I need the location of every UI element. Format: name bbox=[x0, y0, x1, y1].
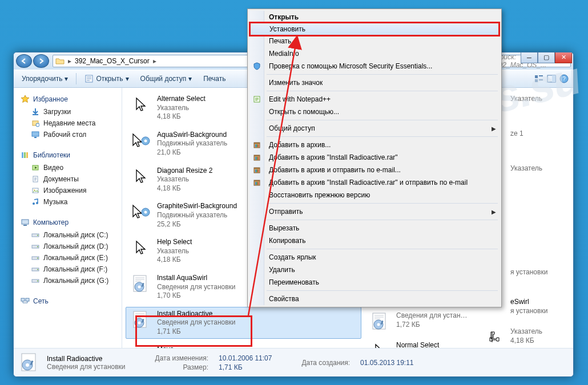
file-size: 4,18 КБ bbox=[157, 112, 206, 121]
libraries-icon bbox=[21, 151, 30, 160]
open-button[interactable]: Открыть▾ bbox=[80, 72, 133, 86]
svg-point-38 bbox=[144, 139, 147, 142]
context-menu-item[interactable]: Свойства bbox=[249, 293, 500, 305]
organize-menu[interactable]: Упорядочить▾ bbox=[17, 72, 73, 85]
svg-rect-69 bbox=[254, 168, 260, 169]
svg-point-34 bbox=[37, 281, 38, 282]
file-name: Normal Select bbox=[396, 341, 439, 348]
sidebar-item[interactable]: Локальный диск (E:) bbox=[18, 252, 122, 264]
svg-rect-66 bbox=[256, 157, 257, 160]
context-menu-item[interactable]: Копировать bbox=[249, 234, 500, 247]
context-menu-item[interactable]: Добавить в архив и отправить по e-mail..… bbox=[249, 164, 500, 176]
sidebar-favorites-header[interactable]: Избранное bbox=[18, 92, 122, 106]
close-button[interactable]: ✕ bbox=[555, 52, 572, 63]
context-menu-item[interactable]: Добавить в архив "Install Radioactive.ra… bbox=[249, 176, 500, 189]
sidebar-item[interactable]: Рабочий стол bbox=[18, 129, 122, 140]
sidebar-item[interactable]: Загрузки bbox=[18, 106, 122, 117]
file-name: GraphiteSwirl-Background bbox=[157, 202, 237, 211]
context-menu-item[interactable]: Добавить в архив "Install Radioactive.ra… bbox=[249, 151, 500, 164]
breadcrumb-sep: ▸ bbox=[68, 57, 71, 65]
inf-icon bbox=[131, 310, 151, 330]
sidebar-item[interactable]: Изображения bbox=[18, 185, 122, 196]
file-item[interactable]: Move bbox=[126, 342, 361, 348]
maximize-button[interactable]: ▢ bbox=[538, 52, 555, 63]
cursor-icon bbox=[131, 167, 151, 187]
video-icon bbox=[31, 163, 40, 172]
context-menu-item[interactable]: Печать bbox=[249, 35, 500, 47]
sidebar-item[interactable]: Музыка bbox=[18, 196, 122, 208]
context-menu-item[interactable]: Edit with Notepad++ bbox=[249, 93, 500, 106]
context-menu-item[interactable]: Изменить значок bbox=[249, 76, 500, 89]
recent-icon bbox=[31, 119, 40, 128]
svg-rect-35 bbox=[21, 298, 25, 301]
file-item[interactable]: Normal Select bbox=[365, 338, 476, 348]
rar-icon bbox=[252, 140, 261, 149]
rar-icon bbox=[252, 165, 261, 175]
sidebar-item[interactable]: Локальный диск (F:) bbox=[18, 264, 122, 275]
context-menu-item[interactable]: Установить bbox=[249, 23, 500, 35]
file-name: Help Select bbox=[157, 238, 192, 247]
sidebar-item[interactable]: Локальный диск (D:) bbox=[18, 241, 122, 252]
context-menu-item[interactable]: Переименовать bbox=[249, 276, 500, 289]
svg-rect-71 bbox=[256, 169, 257, 172]
context-menu-item[interactable]: MediaInfo bbox=[249, 47, 500, 60]
context-menu-item[interactable]: Проверка с помощью Microsoft Security Es… bbox=[249, 60, 500, 72]
chevron-down-icon: ▾ bbox=[126, 75, 129, 83]
context-menu-item[interactable]: Общий доступ▶ bbox=[249, 122, 500, 135]
print-button[interactable]: Печать bbox=[199, 72, 230, 85]
file-type: Указатель bbox=[157, 175, 212, 184]
cursor-icon bbox=[131, 238, 151, 258]
drive-icon bbox=[31, 242, 40, 251]
file-item[interactable]: Сведения для установки 1,72 КБ bbox=[365, 309, 476, 335]
drive-icon bbox=[31, 230, 40, 240]
preview-pane-button[interactable] bbox=[546, 73, 557, 84]
back-button[interactable] bbox=[16, 54, 32, 68]
sidebar-item[interactable]: Документы bbox=[18, 173, 122, 185]
inf-icon bbox=[370, 311, 390, 332]
file-type: Указатель bbox=[157, 104, 206, 113]
context-menu-item[interactable]: Добавить в архив... bbox=[249, 139, 500, 151]
view-mode-button[interactable] bbox=[533, 73, 545, 84]
cursor-icon bbox=[370, 341, 390, 348]
file-name: Diagonal Resize 2 bbox=[157, 167, 212, 176]
file-type: Указатель bbox=[157, 247, 192, 256]
context-menu-separator bbox=[267, 91, 498, 91]
svg-rect-72 bbox=[257, 169, 259, 172]
svg-rect-60 bbox=[255, 144, 256, 147]
desktop-icon bbox=[31, 130, 40, 139]
help-button[interactable]: ? bbox=[558, 73, 570, 84]
images-icon bbox=[31, 186, 40, 195]
context-menu-item[interactable]: Восстановить прежнюю версию bbox=[249, 189, 500, 201]
svg-text:?: ? bbox=[562, 76, 566, 82]
file-size: 1,70 КБ bbox=[157, 291, 236, 301]
forward-button[interactable] bbox=[33, 54, 49, 68]
file-item[interactable]: Install Radioactive Сведения для установ… bbox=[126, 307, 361, 339]
context-menu-separator bbox=[267, 120, 498, 120]
context-menu-item[interactable]: Создать ярлык bbox=[249, 251, 500, 264]
svg-rect-65 bbox=[255, 157, 256, 160]
minimize-button[interactable]: ─ bbox=[521, 52, 538, 63]
sidebar-computer-header[interactable]: Компьютер bbox=[18, 216, 122, 229]
svg-point-43 bbox=[138, 285, 141, 288]
folder-icon bbox=[55, 56, 65, 66]
svg-rect-62 bbox=[257, 144, 259, 147]
svg-point-40 bbox=[144, 211, 147, 214]
share-menu[interactable]: Общий доступ▾ bbox=[136, 72, 197, 85]
cursor-icon bbox=[131, 95, 151, 115]
svg-rect-75 bbox=[255, 182, 256, 185]
context-menu-item[interactable]: Открыть bbox=[249, 11, 500, 23]
sidebar-network-header[interactable]: Сеть bbox=[18, 294, 122, 308]
context-menu-item[interactable]: Отправить▶ bbox=[249, 205, 500, 218]
context-menu-item[interactable]: Удалить bbox=[249, 264, 500, 276]
sidebar-item[interactable]: Локальный диск (G:) bbox=[18, 275, 122, 286]
sidebar-libraries-header[interactable]: Библиотеки bbox=[18, 148, 122, 162]
context-menu-item[interactable]: Открыть с помощью... bbox=[249, 106, 500, 118]
sidebar-item[interactable]: Локальный диск (C:) bbox=[18, 229, 122, 241]
file-size: 21,0 КБ bbox=[157, 148, 227, 157]
context-menu-item[interactable]: Вырезать bbox=[249, 222, 500, 234]
file-item[interactable]: Указатель4,18 КБ bbox=[479, 325, 570, 348]
music-icon bbox=[31, 197, 40, 206]
sidebar-item[interactable]: Недавние места bbox=[18, 117, 122, 129]
sidebar-item[interactable]: Видео bbox=[18, 162, 122, 173]
file-type: Сведения для установки bbox=[396, 311, 470, 321]
